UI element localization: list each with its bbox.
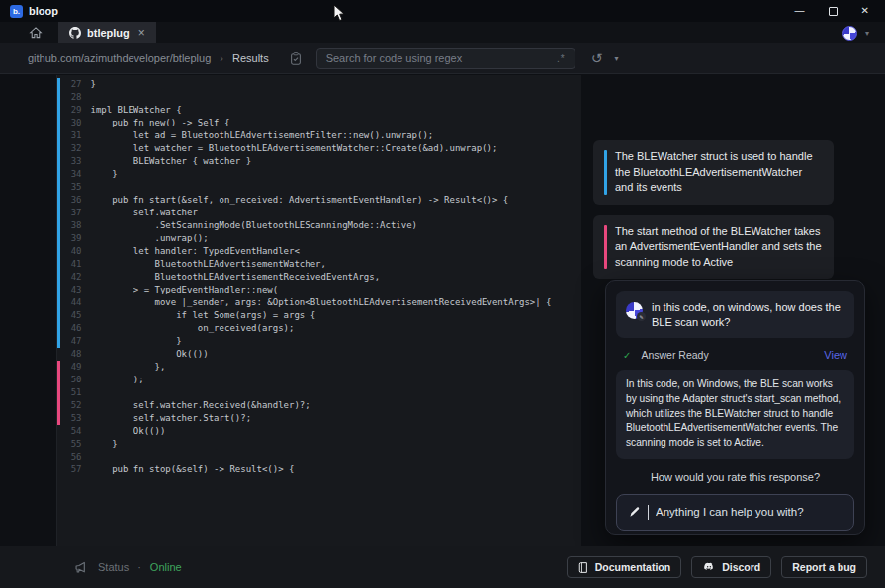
user-avatar[interactable] <box>842 26 857 41</box>
code-line[interactable]: 56 <box>57 451 581 463</box>
view-link[interactable]: View <box>824 349 847 361</box>
code-line[interactable]: 40 let handler: TypedEventHandler< <box>57 245 581 258</box>
tab-close-icon[interactable]: × <box>138 26 145 40</box>
report-bug-label: Report a bug <box>792 561 856 573</box>
code-line[interactable]: 57 pub fn stop(&self) -> Result<()> { <box>57 463 581 476</box>
code-line[interactable]: 42 BluetoothLEAdvertisementReceivedEvent… <box>57 271 581 284</box>
breadcrumb-repo[interactable]: github.com/azimuthdeveloper/btleplug <box>28 52 211 64</box>
search-options-chevron-icon[interactable]: ▾ <box>614 54 618 63</box>
code-line[interactable]: 43 > = TypedEventHandler::new( <box>57 284 581 296</box>
annotation-card[interactable]: The start method of the BLEWatcher takes… <box>593 215 834 280</box>
code-text: }, <box>91 361 166 374</box>
line-number: 30 <box>60 117 82 129</box>
line-number: 55 <box>60 438 82 451</box>
code-line[interactable]: 53 self.watcher.Start()?; <box>57 412 581 425</box>
code-line[interactable]: 54 Ok(()) <box>57 425 581 438</box>
code-line[interactable]: 45 if let Some(args) = args { <box>57 309 581 322</box>
code-line[interactable]: 49 }, <box>57 361 581 374</box>
github-icon <box>69 27 81 39</box>
mouse-cursor <box>333 4 346 22</box>
status-online-value[interactable]: Online <box>150 561 182 573</box>
code-line[interactable]: 41 BluetoothLEAdvertisementWatcher, <box>57 258 581 271</box>
code-line[interactable]: 27 } <box>57 78 581 91</box>
minimize-button[interactable]: — <box>795 6 805 16</box>
close-window-button[interactable]: ✕ <box>861 6 869 16</box>
code-panel: 27 } 28 29 impl BLEWatcher { 30 pub fn n… <box>56 75 581 546</box>
annotation-text: The BLEWatcher struct is used to handle … <box>615 149 822 196</box>
code-line[interactable]: 33 BLEWatcher { watcher } <box>57 155 581 168</box>
code-line[interactable]: 34 } <box>57 168 581 181</box>
code-line[interactable]: 46 on_received(args); <box>57 322 581 335</box>
regex-icon[interactable]: .* <box>557 53 566 64</box>
code-line[interactable]: 36 pub fn start(&self, on_received: Adve… <box>57 194 581 207</box>
answer-status-row: ✓ Answer Ready View <box>623 349 847 361</box>
breadcrumb-results[interactable]: Results <box>232 52 269 64</box>
code-text: } <box>91 78 96 91</box>
discord-label: Discord <box>722 561 760 573</box>
line-number: 29 <box>60 104 82 117</box>
search-input[interactable] <box>326 52 557 64</box>
code-line[interactable]: 52 self.watcher.Received(&handler)?; <box>57 399 581 412</box>
code-line[interactable]: 31 let ad = BluetoothLEAdvertisementFilt… <box>57 129 581 142</box>
code-line[interactable]: 30 pub fn new() -> Self { <box>57 117 581 129</box>
code-line[interactable]: 32 let watcher = BluetoothLEAdvertisemen… <box>57 142 581 155</box>
code-line[interactable]: 44 move |_sender, args: &Option<Bluetoot… <box>57 296 581 309</box>
line-number: 37 <box>60 207 82 219</box>
maximize-button[interactable] <box>829 7 838 16</box>
report-bug-button[interactable]: Report a bug <box>781 556 867 578</box>
line-number: 32 <box>60 142 82 155</box>
tab-btleplug[interactable]: btleplug × <box>58 22 156 43</box>
code-line[interactable]: 35 <box>57 181 581 194</box>
line-number: 33 <box>60 155 82 168</box>
code-line[interactable]: 48 Ok(()) <box>57 348 581 361</box>
line-number: 49 <box>60 361 82 374</box>
chat-panel: ✎ in this code, on windows, how does the… <box>605 280 865 535</box>
code-text: let watcher = BluetoothLEAdvertisementWa… <box>91 142 498 155</box>
code-text: self.watcher <box>91 207 198 219</box>
code-text: self.watcher.Received(&handler)?; <box>91 399 310 412</box>
home-tab[interactable] <box>22 22 49 43</box>
line-number: 56 <box>60 451 82 463</box>
line-number: 34 <box>60 168 82 181</box>
chat-question-text: in this code, on windows, how does the B… <box>652 298 844 330</box>
chevron-down-icon[interactable]: ▾ <box>865 29 869 38</box>
code-text: let handler: TypedEventHandler< <box>91 245 300 258</box>
check-icon: ✓ <box>623 350 631 361</box>
code-line[interactable]: 50 ); <box>57 374 581 386</box>
annotation-card[interactable]: The BLEWatcher struct is used to handle … <box>593 140 834 205</box>
status-bar: Status · Online Documentation Discord Re… <box>0 546 885 588</box>
line-number: 38 <box>60 219 82 232</box>
code-line[interactable]: 38 .SetScanningMode(BluetoothLEScanningM… <box>57 219 581 232</box>
code-text: BluetoothLEAdvertisementWatcher, <box>91 258 326 271</box>
clipboard-check-icon[interactable] <box>289 51 303 66</box>
code-text: impl BLEWatcher { <box>91 104 182 117</box>
line-number: 41 <box>60 258 82 271</box>
bloop-logo-icon: b. <box>10 5 23 18</box>
discord-button[interactable]: Discord <box>691 556 771 578</box>
code-text: } <box>91 438 118 451</box>
code-line[interactable]: 51 <box>57 386 581 399</box>
documentation-button[interactable]: Documentation <box>567 556 681 578</box>
book-icon <box>577 561 589 574</box>
chat-input-box[interactable] <box>616 494 854 531</box>
breadcrumb-bar: github.com/azimuthdeveloper/btleplug › R… <box>0 43 885 74</box>
code-line[interactable]: 37 self.watcher <box>57 207 581 219</box>
main-area: 27 } 28 29 impl BLEWatcher { 30 pub fn n… <box>0 75 885 546</box>
code-line[interactable]: 55 } <box>57 438 581 451</box>
undo-icon[interactable]: ↺ <box>591 51 603 65</box>
pen-icon <box>628 506 641 519</box>
line-number: 28 <box>60 91 82 104</box>
code-text: Ok(()) <box>91 425 166 438</box>
code-line[interactable]: 39 .unwrap(); <box>57 232 581 245</box>
tab-bar: btleplug × ▾ <box>0 22 885 43</box>
code-line[interactable]: 29 impl BLEWatcher { <box>57 104 581 117</box>
breadcrumb-separator: › <box>220 52 223 64</box>
line-number: 40 <box>60 245 82 258</box>
code-line[interactable]: 28 <box>57 91 581 104</box>
line-number: 42 <box>60 271 82 284</box>
line-number: 31 <box>60 129 82 142</box>
code-line[interactable]: 47 } <box>57 335 581 348</box>
chat-input[interactable] <box>656 506 842 518</box>
code-search-box[interactable]: .* <box>316 48 575 69</box>
rating-prompt: How would you rate this response? <box>616 471 854 483</box>
